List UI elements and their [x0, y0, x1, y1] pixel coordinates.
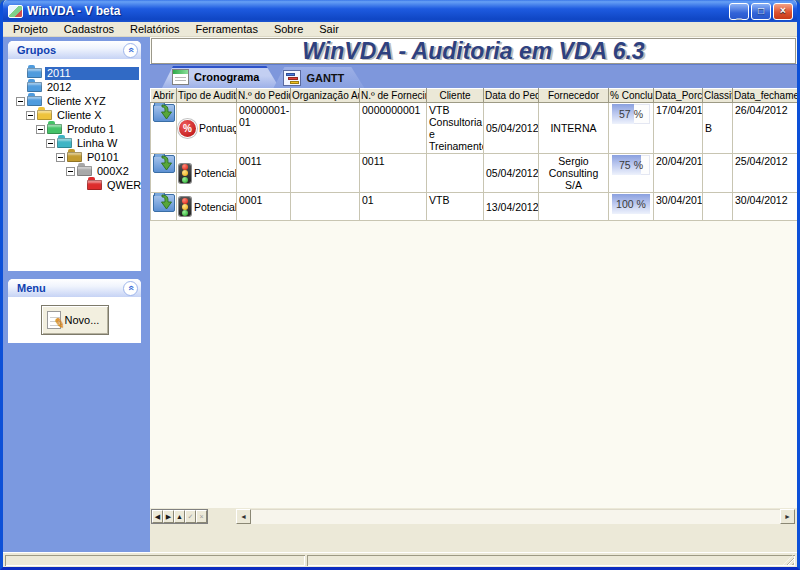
close-button[interactable]: × [773, 3, 793, 20]
col-organizacao[interactable]: Organização Auditada [291, 89, 360, 103]
fornecimento-cell[interactable]: 0011 [360, 154, 427, 193]
cliente-cell[interactable]: VTB Consultoria e Treinamento [427, 103, 484, 154]
tree-item-cliente-x[interactable]: Cliente X [10, 108, 139, 122]
tree-item-p0101[interactable]: P0101 [10, 150, 139, 164]
organizacao-cell[interactable] [291, 193, 360, 221]
data-porc-cell[interactable]: 20/04/2012 [654, 154, 703, 193]
col-pedido[interactable]: N.º do Pedido [237, 89, 291, 103]
cliente-cell[interactable]: VTB [427, 193, 484, 221]
fornecedor-cell[interactable]: Sergio Consulting S/A [539, 154, 609, 193]
fornecedor-cell[interactable] [539, 193, 609, 221]
classifica-cell[interactable]: B [703, 103, 733, 154]
chevron-up-icon: « [126, 47, 136, 53]
tab-cronograma[interactable]: Cronograma [162, 66, 279, 88]
tree-item-label: 2011 [45, 67, 139, 80]
pedido-cell[interactable]: 00000001-01 [237, 103, 291, 154]
data-porc-cell[interactable]: 17/04/2012 [654, 103, 703, 154]
col-pct-concluida[interactable]: % Concluída [609, 89, 654, 103]
pct-cell[interactable]: 75 % [609, 154, 654, 193]
open-folder-arrow-icon[interactable] [153, 194, 175, 212]
tree-item-label: 000X2 [95, 165, 132, 178]
groups-panel: Grupos « 2011 2012 Cliente XY [8, 41, 141, 271]
pedido-cell[interactable]: 0011 [237, 154, 291, 193]
data-pedido-cell[interactable]: 05/04/2012 [484, 103, 539, 154]
collapse-node-icon[interactable] [56, 153, 65, 162]
scrollbar-track[interactable] [251, 509, 780, 524]
tree-item-qwer[interactable]: QWER [10, 178, 139, 192]
tree-item-produto-1[interactable]: Produto 1 [10, 122, 139, 136]
col-data-porc[interactable]: Data_Porc [654, 89, 703, 103]
progress-bar: 75 % [612, 155, 650, 175]
classifica-cell[interactable] [703, 154, 733, 193]
novo-button[interactable]: Novo... [41, 305, 109, 335]
main-area: WinVDA - Auditoria em VDA 6.3 Cronograma… [150, 37, 797, 552]
data-porc-cell[interactable]: 30/04/2012 [654, 193, 703, 221]
col-data-fechamento[interactable]: Data_fechamento [733, 89, 798, 103]
data-pedido-cell[interactable]: 13/04/2012 [484, 193, 539, 221]
menu-relatorios[interactable]: Relatórios [122, 22, 188, 37]
fornecimento-cell[interactable]: 0000000001 [360, 103, 427, 154]
scroll-right-icon[interactable]: ► [780, 509, 795, 524]
col-classifica[interactable]: Classifica [703, 89, 733, 103]
open-folder-arrow-icon[interactable] [153, 155, 175, 173]
open-cell[interactable] [151, 103, 177, 154]
tree-item-2011[interactable]: 2011 [10, 66, 139, 80]
menu-sair[interactable]: Sair [311, 22, 347, 37]
pedido-cell[interactable]: 0001 [237, 193, 291, 221]
pct-cell[interactable]: 100 % [609, 193, 654, 221]
maximize-button[interactable]: □ [751, 3, 771, 20]
tree-item-cliente-xyz[interactable]: Cliente XYZ [10, 94, 139, 108]
tree-item-label: Cliente X [55, 109, 105, 122]
horizontal-scrollbar[interactable]: ◄ ► [236, 509, 795, 524]
fornecedor-cell[interactable]: INTERNA [539, 103, 609, 154]
collapse-groups-button[interactable]: « [123, 43, 138, 58]
cliente-cell[interactable] [427, 154, 484, 193]
nav-insert-button[interactable]: ▲ [174, 510, 185, 523]
nav-prior-button[interactable]: ◀ [152, 510, 163, 523]
grid-row-2: Potencial 0011 0011 05/04/2012 Sergio Co… [151, 154, 798, 193]
tree-item-2012[interactable]: 2012 [10, 80, 139, 94]
data-fechamento-cell[interactable]: 25/04/2012 [733, 154, 798, 193]
col-fornecedor[interactable]: Fornecedor [539, 89, 609, 103]
col-data-pedido[interactable]: Data do Pedido [484, 89, 539, 103]
traffic-light-icon [179, 164, 191, 183]
fornecimento-cell[interactable]: 01 [360, 193, 427, 221]
menu-sobre[interactable]: Sobre [266, 22, 311, 37]
data-pedido-cell[interactable]: 05/04/2012 [484, 154, 539, 193]
menu-cadastros[interactable]: Cadastros [56, 22, 122, 37]
scroll-left-icon[interactable]: ◄ [236, 509, 251, 524]
nav-cancel-button[interactable]: × [196, 510, 207, 523]
col-cliente[interactable]: Cliente [427, 89, 484, 103]
open-folder-arrow-icon[interactable] [153, 104, 175, 122]
nav-edit-button[interactable]: ✓ [185, 510, 196, 523]
collapse-node-icon[interactable] [46, 139, 55, 148]
collapse-node-icon[interactable] [26, 111, 35, 120]
data-fechamento-cell[interactable]: 30/04/2012 [733, 193, 798, 221]
tree-item-000x2[interactable]: 000X2 [10, 164, 139, 178]
col-abrir[interactable]: Abrir [151, 89, 177, 103]
organizacao-cell[interactable] [291, 154, 360, 193]
menu-ferramentas[interactable]: Ferramentas [188, 22, 266, 37]
col-fornecimento[interactable]: N.º de Forneciment [360, 89, 427, 103]
nav-next-button[interactable]: ▶ [163, 510, 174, 523]
tipo-cell[interactable]: %Pontuação [177, 103, 237, 154]
open-cell[interactable] [151, 193, 177, 221]
collapse-node-icon[interactable] [16, 97, 25, 106]
tab-gantt[interactable]: GANTT [273, 67, 364, 88]
close-icon: × [780, 6, 786, 16]
collapse-node-icon[interactable] [36, 125, 45, 134]
data-fechamento-cell[interactable]: 26/04/2012 [733, 103, 798, 154]
open-cell[interactable] [151, 154, 177, 193]
pct-cell[interactable]: 57 % [609, 103, 654, 154]
collapse-node-icon[interactable] [66, 167, 75, 176]
resize-grip[interactable] [783, 554, 794, 565]
classifica-cell[interactable] [703, 193, 733, 221]
menu-projeto[interactable]: Projeto [5, 22, 56, 37]
tipo-cell[interactable]: Potencial [177, 193, 237, 221]
tree-item-linha-w[interactable]: Linha W [10, 136, 139, 150]
minimize-button[interactable]: _ [729, 3, 749, 20]
organizacao-cell[interactable] [291, 103, 360, 154]
col-tipo[interactable]: Tipo de Auditoria [177, 89, 237, 103]
tipo-cell[interactable]: Potencial [177, 154, 237, 193]
collapse-menu-button[interactable]: « [123, 281, 138, 296]
